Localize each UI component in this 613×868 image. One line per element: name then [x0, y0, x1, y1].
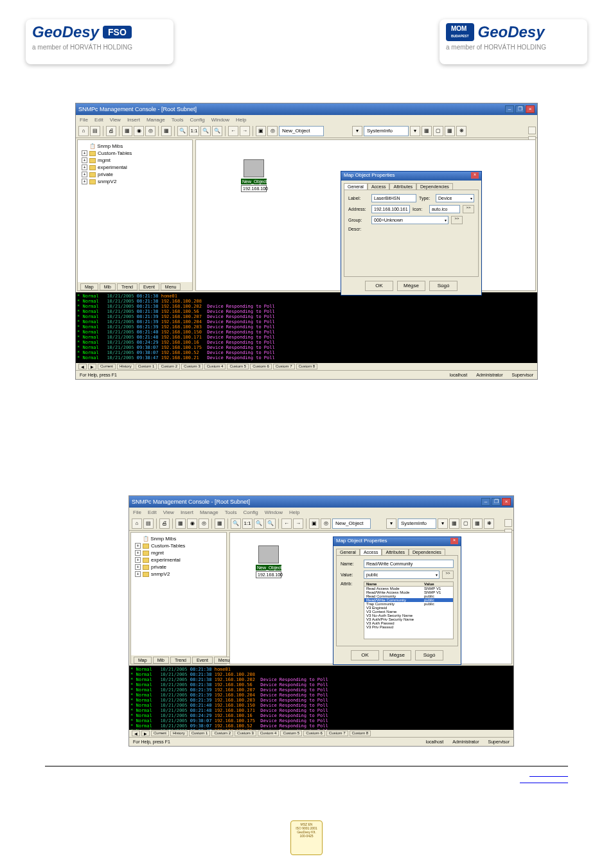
dialog-tab-attributes[interactable]: Attributes [389, 183, 416, 190]
log-row[interactable]: * Normal 10/21/2005 08:21:48 192.168.100… [130, 708, 512, 713]
toolbar-button[interactable]: ⌂ [132, 518, 142, 529]
maximize-button[interactable]: ❐ [515, 105, 524, 113]
log-tab[interactable]: Custom 1 [189, 731, 211, 736]
log-row[interactable]: * Normal 10/21/2005 09:38:07 192.168.100… [77, 345, 536, 350]
value-select[interactable]: public [364, 571, 440, 579]
nav-back-icon[interactable]: ← [228, 126, 238, 136]
dialog-tab-general[interactable]: General [336, 549, 360, 555]
toolbar-combo[interactable]: SystemInfo [398, 518, 436, 529]
toolbar-button[interactable]: ▦ [175, 518, 186, 529]
map-device[interactable]: New_Object 192.168.100 [256, 545, 281, 578]
tree-item[interactable]: experimental [134, 556, 224, 563]
toolbar-button[interactable]: ▦ [161, 126, 172, 136]
dialog-close-button[interactable]: × [450, 538, 458, 544]
tree-item[interactable]: snmpV2 [80, 178, 190, 185]
panel-tab[interactable]: Event [192, 657, 213, 664]
dialog-tab-dependencies[interactable]: Dependencies [416, 183, 453, 190]
menu-item[interactable]: Edit [148, 509, 157, 515]
log-tab[interactable]: Custom 8 [350, 731, 371, 736]
browse-button[interactable]: >> [463, 205, 474, 213]
log-tab[interactable]: Custom 7 [326, 731, 348, 736]
panel-tab[interactable]: Map [134, 657, 152, 664]
log-row[interactable]: * Normal 10/21/2005 08:24:29 192.168.100… [130, 713, 512, 718]
menu-item[interactable]: Config [244, 509, 258, 515]
log-tab[interactable]: Current [151, 731, 169, 736]
attribute-row[interactable]: V3 Priv Passwd [364, 625, 453, 629]
log-row[interactable]: * Normal 10/21/2005 08:21:38 192.168.100… [130, 682, 512, 687]
log-tab[interactable]: Custom 7 [273, 364, 295, 369]
tree-item[interactable]: experimental [80, 164, 190, 171]
dialog-tab-general[interactable]: General [344, 183, 368, 190]
toolbar-combo[interactable]: SystemInfo [364, 126, 409, 136]
panel-tab[interactable]: Map [80, 283, 98, 290]
menu-item[interactable]: Window [265, 509, 283, 515]
menu-item[interactable]: Manage [147, 117, 165, 123]
map-area[interactable]: New_Object 192.168.100 Map Object Proper… [229, 532, 512, 664]
menu-item[interactable]: View [163, 509, 174, 515]
toolbar-button[interactable]: ❋ [456, 126, 466, 136]
log-tab[interactable]: Custom 2 [158, 364, 180, 369]
menu-item[interactable]: Insert [127, 117, 140, 123]
browse-button[interactable]: >> [442, 571, 454, 579]
toolbar-button[interactable]: ◉ [187, 518, 197, 529]
ok-button[interactable]: OK [351, 650, 379, 660]
close-button[interactable]: × [502, 498, 511, 506]
toolbar-button[interactable]: ◎ [321, 518, 331, 529]
toolbar-button[interactable]: ▦ [122, 126, 132, 136]
log-row[interactable]: * Normal 10/21/2005 08:24:29 192.168.100… [77, 340, 536, 345]
menu-item[interactable]: Help [236, 117, 246, 123]
log-tab[interactable]: Custom 3 [235, 731, 256, 736]
toolbar-button[interactable]: ▤ [143, 518, 154, 529]
footer-link[interactable] [520, 777, 568, 783]
menu-item[interactable]: Config [190, 117, 205, 123]
log-row[interactable]: * Normal 10/21/2005 09:38:07 192.168.100… [130, 723, 512, 729]
tree-item[interactable]: private [134, 563, 224, 571]
menu-item[interactable]: Tools [172, 117, 184, 123]
toolbar-button[interactable]: ▦ [445, 126, 455, 136]
ok-button[interactable]: OK [365, 281, 393, 291]
toolbar-button[interactable]: ▾ [438, 518, 448, 529]
log-row[interactable]: * Normal 10/21/2005 08:21:39 192.168.100… [130, 687, 512, 693]
side-icon[interactable] [504, 519, 512, 527]
menu-item[interactable]: View [110, 117, 121, 123]
panel-tab[interactable]: Trend [117, 283, 138, 290]
zoom-in-icon[interactable]: 🔍 [177, 126, 188, 136]
toolbar-button[interactable]: ▦ [215, 518, 225, 529]
log-tab[interactable]: Custom 1 [136, 364, 157, 369]
log-tab[interactable]: Current [98, 364, 116, 369]
log-row[interactable]: * Normal 10/21/2005 08:21:40 192.168.100… [77, 330, 536, 335]
dialog-tab-access[interactable]: Access [368, 183, 390, 190]
log-row[interactable]: * Normal 10/21/2005 08:21:39 192.168.100… [77, 314, 536, 319]
log-row[interactable]: * Normal 10/21/2005 08:21:38 192.168.100… [77, 304, 536, 309]
log-row[interactable]: * Normal 10/21/2005 08:21:39 192.168.100… [77, 324, 536, 330]
tree-item[interactable]: Custom-Tables [80, 150, 190, 157]
toolbar-button[interactable]: ◎ [145, 126, 155, 136]
name-input[interactable]: Read/Write Community [364, 560, 454, 568]
log-row[interactable]: * Normal 10/21/2005 08:21:38 192.168.100… [130, 677, 512, 682]
menu-item[interactable]: Edit [94, 117, 103, 123]
maximize-button[interactable]: ❐ [492, 498, 501, 506]
panel-tab[interactable]: Menu [161, 283, 181, 290]
minimize-button[interactable]: – [505, 105, 514, 113]
zoom-in-icon[interactable]: 🔍 [231, 518, 241, 529]
log-tab[interactable]: History [117, 364, 134, 369]
toolbar-button[interactable]: ⌂ [78, 126, 89, 136]
menu-item[interactable]: Insert [181, 509, 193, 515]
dialog-close-button[interactable]: × [471, 172, 479, 179]
log-row[interactable]: * Normal 10/21/2005 08:21:48 192.168.100… [77, 335, 536, 340]
cancel-button[interactable]: Mégse [397, 281, 425, 291]
menu-item[interactable]: File [80, 117, 88, 123]
tree-item[interactable]: mgmt [134, 549, 224, 556]
tree-panel[interactable]: 📋 Snmp Mibs Custom-Tables mgmt experimen… [77, 139, 193, 291]
minimize-button[interactable]: – [481, 498, 490, 506]
nav-back-icon[interactable]: ← [281, 518, 292, 529]
menu-item[interactable]: Tools [225, 509, 237, 515]
toolbar-button[interactable]: ▤ [90, 126, 100, 136]
log-row[interactable]: * Normal 10/21/2005 09:38:07 192.168.100… [130, 718, 512, 723]
nav-fwd-icon[interactable]: → [293, 518, 303, 529]
toolbar-button[interactable]: ▾ [386, 518, 396, 529]
log-row[interactable]: * Normal 10/21/2005 08:21:38 192.168.100… [77, 309, 536, 314]
log-row[interactable]: * Normal 10/21/2005 09:38:07 192.168.100… [77, 350, 536, 355]
browse-button[interactable]: >> [451, 216, 463, 224]
toolbar-object-field[interactable]: New_Object [279, 126, 324, 136]
